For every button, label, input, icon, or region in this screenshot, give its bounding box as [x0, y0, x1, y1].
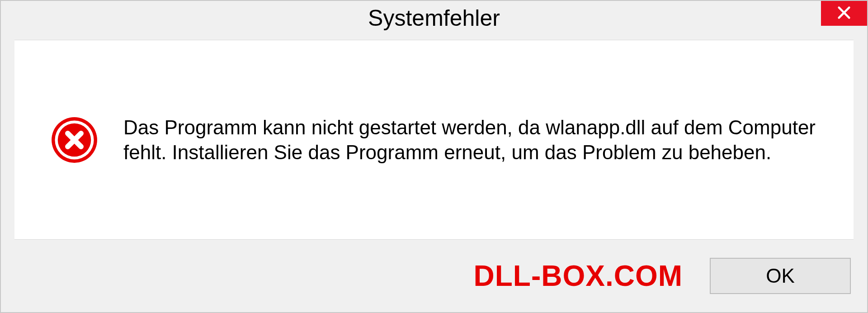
- dialog-body: Das Programm kann nicht gestartet werden…: [14, 40, 854, 240]
- dialog-footer: DLL-BOX.COM OK: [1, 240, 867, 312]
- error-message: Das Programm kann nicht gestartet werden…: [123, 115, 831, 165]
- dialog-title: Systemfehler: [368, 5, 500, 31]
- error-dialog: Systemfehler Das Programm kann nicht ges…: [0, 0, 868, 313]
- close-button[interactable]: [821, 1, 867, 26]
- close-icon: [836, 5, 852, 22]
- titlebar: Systemfehler: [1, 1, 867, 35]
- watermark-text: DLL-BOX.COM: [474, 259, 683, 293]
- error-icon: [51, 116, 98, 164]
- ok-button-label: OK: [766, 265, 795, 287]
- ok-button[interactable]: OK: [710, 258, 851, 294]
